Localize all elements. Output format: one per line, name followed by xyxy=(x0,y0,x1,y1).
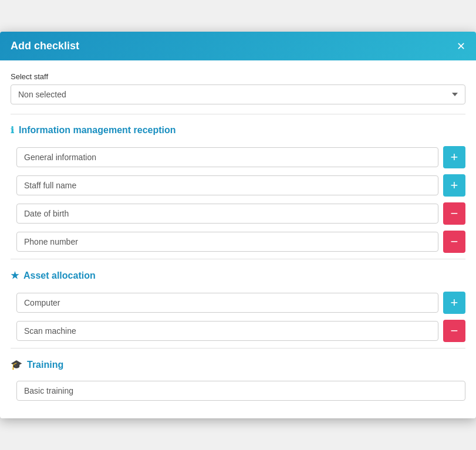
item-row-staff-full-name: + xyxy=(16,174,465,197)
modal-body: Select staff Non selected ℹ Information … xyxy=(0,60,476,418)
item-row-phone-number: − xyxy=(16,231,465,253)
modal-header: Add checklist ✕ xyxy=(0,32,476,60)
information-management-items: + + − − xyxy=(11,146,465,253)
section-asset-allocation: ★ Asset allocation + − xyxy=(11,259,465,342)
computer-input[interactable] xyxy=(16,293,438,313)
add-staff-full-name-button[interactable]: + xyxy=(443,174,465,197)
section-information-management: ℹ Information management reception + + − xyxy=(11,114,465,253)
item-row-general-information: + xyxy=(16,146,465,168)
info-icon: ℹ xyxy=(11,125,14,136)
information-management-title: ℹ Information management reception xyxy=(11,125,465,136)
section-training: 🎓 Training Basic training xyxy=(11,348,465,401)
select-staff-label: Select staff xyxy=(11,72,465,81)
star-icon: ★ xyxy=(11,270,19,281)
training-title: 🎓 Training xyxy=(11,359,465,370)
add-computer-button[interactable]: + xyxy=(443,292,465,314)
date-of-birth-input[interactable] xyxy=(16,204,438,224)
modal-title: Add checklist xyxy=(11,40,79,52)
item-row-date-of-birth: − xyxy=(16,202,465,225)
asset-allocation-title: ★ Asset allocation xyxy=(11,270,465,281)
remove-phone-number-button[interactable]: − xyxy=(443,231,465,253)
item-row-scan-machine: − xyxy=(16,320,465,342)
select-staff-group: Select staff Non selected xyxy=(11,72,465,104)
add-checklist-modal: Add checklist ✕ Select staff Non selecte… xyxy=(0,32,476,418)
remove-scan-machine-button[interactable]: − xyxy=(443,320,465,342)
training-dropdown[interactable]: Basic training xyxy=(16,381,465,401)
select-staff-dropdown[interactable]: Non selected xyxy=(11,84,465,104)
scan-machine-input[interactable] xyxy=(16,321,438,341)
add-general-information-button[interactable]: + xyxy=(443,146,465,168)
graduation-icon: 🎓 xyxy=(11,359,22,370)
asset-allocation-items: + − xyxy=(11,292,465,342)
staff-full-name-input[interactable] xyxy=(16,175,438,195)
item-row-computer: + xyxy=(16,292,465,314)
remove-date-of-birth-button[interactable]: − xyxy=(443,202,465,225)
phone-number-input[interactable] xyxy=(16,232,438,252)
close-button[interactable]: ✕ xyxy=(457,41,465,52)
item-row-basic-training: Basic training xyxy=(16,381,465,401)
training-items: Basic training xyxy=(11,381,465,401)
general-information-input[interactable] xyxy=(16,147,438,167)
